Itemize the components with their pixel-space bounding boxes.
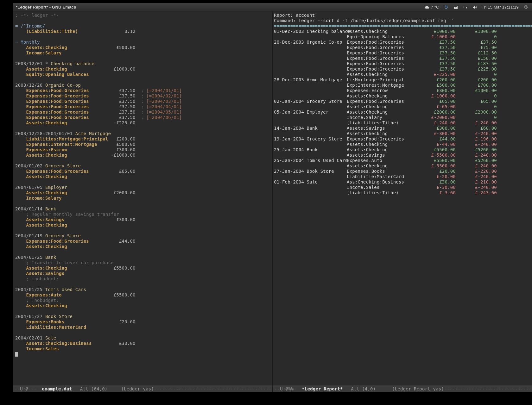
report-row: 19-Jan-2004 Grocery StoreExpens:Food:Gro…: [274, 136, 530, 142]
report-row: Assets:Checking£-1000.000: [274, 93, 530, 99]
report-row: 01-Dec-2003 Checking balanceAssets:Check…: [274, 29, 530, 34]
report-row: 25-Jan-2004 Tom's Used CarsExpenses:Auto…: [274, 158, 530, 163]
report-row: Assets:Checking£-65.000: [274, 104, 530, 109]
report-row: Assets:Savings£-5500.00£-240.00: [274, 153, 530, 158]
report-row: 20-Dec-2003 Organic Co-opExpens:Food:Gro…: [274, 40, 530, 45]
network-icon[interactable]: [463, 5, 468, 10]
system-tray: 7 °C Fri 15 Mar 17:11:19: [425, 5, 532, 10]
report-row: Assets:Checking£-225.000: [274, 72, 530, 77]
report-row: Expens:Food:Groceries£37.50£150.00: [274, 56, 530, 61]
cloud-icon: [425, 5, 430, 10]
report-row: 02-Jan-2004 Grocery StoreExpens:Food:Gro…: [274, 99, 530, 104]
text-cursor: [15, 352, 18, 357]
refresh-icon[interactable]: [444, 5, 449, 10]
report-row: 25-Jan-2004 BankAssets:Checking£5500.00£…: [274, 147, 530, 153]
window-title: *Ledger Report* - GNU Emacs: [13, 5, 76, 9]
report-row: Exp:Interest:Mortgage£500.00£700.00: [274, 83, 530, 88]
ledger-source-buffer[interactable]: ; -*- ledger -*- = /^Income/ (Liabilitie…: [13, 11, 272, 358]
report-row: Liabilitie:MasterCard£-20.00£-240.00: [274, 174, 530, 179]
report-row: Expenses:Escrow£300.00£1000.00: [274, 88, 530, 93]
settings-gear-icon[interactable]: [523, 5, 528, 10]
volume-icon[interactable]: [472, 5, 477, 10]
report-row: Assets:Checking£-44.00£-240.00: [274, 142, 530, 147]
report-row: Expens:Food:Groceries£37.50£112.50: [274, 50, 530, 56]
left-pane[interactable]: ; -*- ledger -*- = /^Income/ (Liabilitie…: [13, 11, 272, 392]
report-row: 01-Feb-2004 SaleAss:Checking:Business£30…: [274, 179, 530, 185]
report-row: Expens:Food:Groceries£37.50£75.00: [274, 45, 530, 50]
report-row: 05-Jan-2004 EmployerAssets:Checking£2000…: [274, 109, 530, 115]
weather-indicator[interactable]: 7 °C: [425, 5, 439, 10]
emacs-frame: ; -*- ledger -*- = /^Income/ (Liabilitie…: [13, 11, 532, 392]
report-row: Equi:Opening Balances£-1000.000: [274, 34, 530, 40]
report-row: 28-Dec-2003 Acme MortgageLi:Mortgage:Pri…: [274, 77, 530, 83]
report-row: Assets:Checking£-300.00£-240.00: [274, 131, 530, 136]
report-row: 14-Jan-2004 BankAssets:Savings£300.00£60…: [274, 126, 530, 131]
report-row: 27-Jan-2004 Book StoreExpenses:Books£20.…: [274, 169, 530, 174]
clock[interactable]: Fri 15 Mar 17:11:19: [482, 5, 519, 9]
mail-icon[interactable]: [453, 5, 458, 10]
right-buffer-name: *Ledger Report*: [302, 386, 343, 391]
ledger-report-buffer[interactable]: Report: account Command: ledger --sort d…: [273, 11, 532, 197]
window-titlebar: *Ledger Report* - GNU Emacs 7 °C Fri 15 …: [13, 3, 532, 11]
report-row: Assets:Checking£-5500.00£-240.00: [274, 163, 530, 169]
report-row: Expens:Food:Groceries£37.50£187.50: [274, 61, 530, 66]
right-modeline: --U:@%%- *Ledger Report* All (4,0) (Ledg…: [273, 385, 532, 392]
report-row: (Liabilities:Tithe)£-3.60£-243.60: [274, 190, 530, 196]
left-modeline: --U:@--- example.dat All (64,0) (Ledger …: [13, 385, 272, 392]
report-row: Income:Sales£-30.00£-240.00: [274, 185, 530, 190]
report-row: (Liabilities:Tithe)£-240.00£-240.00: [274, 120, 530, 126]
right-pane[interactable]: Report: account Command: ledger --sort d…: [272, 11, 532, 392]
report-row: Income:Salary£-2000.000: [274, 115, 530, 120]
report-row: Expens:Food:Groceries£37.50£225.00: [274, 66, 530, 72]
left-buffer-name: example.dat: [42, 386, 72, 391]
